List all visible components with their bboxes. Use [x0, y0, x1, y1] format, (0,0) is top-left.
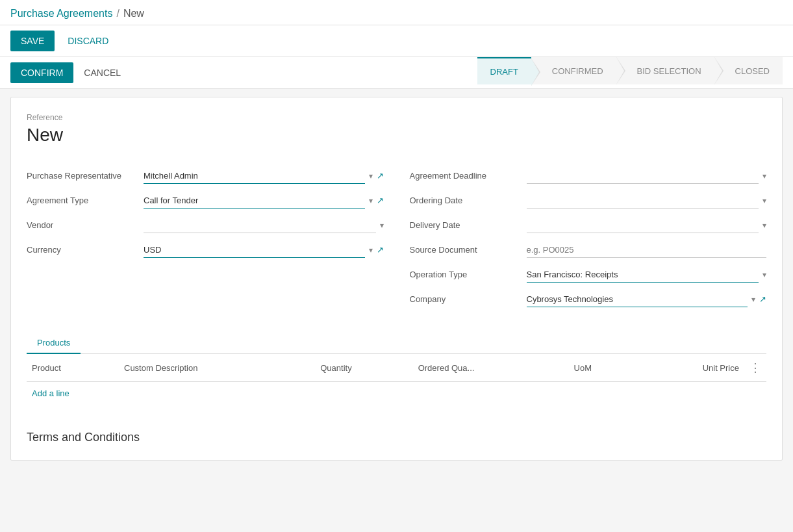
vendor-input[interactable]	[144, 218, 376, 233]
operation-type-label: Operation Type	[410, 270, 527, 279]
delivery-date-label: Delivery Date	[410, 220, 527, 230]
col-uom: UoM	[569, 354, 635, 382]
reference-section: Reference New	[27, 113, 766, 146]
company-dropdown-icon[interactable]: ▾	[751, 295, 755, 304]
agreement-type-input[interactable]	[144, 193, 365, 209]
status-step-confirmed[interactable]: CONFIRMED	[531, 57, 616, 84]
confirm-button[interactable]: CONFIRM	[10, 62, 73, 83]
status-step-draft[interactable]: DRAFT	[477, 57, 531, 84]
col-custom-description: Custom Description	[119, 354, 315, 382]
delivery-date-row: Delivery Date ▾	[410, 213, 767, 238]
breadcrumb-separator: /	[116, 8, 119, 19]
operation-type-input[interactable]	[527, 267, 759, 283]
tabs-container: Products	[27, 333, 766, 354]
terms-section: Terms and Conditions	[27, 431, 766, 444]
operation-type-value: ▾	[527, 267, 767, 283]
save-button[interactable]: SAVE	[10, 31, 55, 51]
products-tab[interactable]: Products	[27, 333, 81, 354]
col-unit-price: Unit Price	[635, 354, 744, 382]
status-actions: CONFIRM CANCEL	[10, 57, 129, 88]
vendor-value: ▾	[144, 218, 384, 233]
form-right-section: Agreement Deadline ▾ Ordering Date ▾ Del…	[410, 164, 767, 312]
currency-dropdown-icon[interactable]: ▾	[369, 246, 373, 255]
source-document-input[interactable]	[527, 242, 767, 258]
source-document-value	[527, 242, 767, 258]
table-more-options-icon[interactable]: ⋮	[749, 361, 761, 374]
reference-value: New	[27, 125, 766, 146]
reference-label: Reference	[27, 113, 766, 122]
company-input[interactable]	[527, 292, 748, 307]
agreement-type-label: Agreement Type	[27, 196, 144, 205]
purchase-rep-input[interactable]	[144, 168, 365, 184]
status-step-bid-selection[interactable]: BID SELECTION	[616, 57, 714, 84]
status-step-closed[interactable]: CLOSED	[714, 57, 783, 84]
delivery-date-dropdown-icon[interactable]: ▾	[762, 221, 766, 230]
toolbar: SAVE DISCARD	[0, 25, 793, 57]
operation-type-row: Operation Type ▾	[410, 262, 767, 287]
ordering-date-input[interactable]	[527, 193, 759, 209]
currency-row: Currency ▾ ↗	[27, 238, 384, 262]
source-document-label: Source Document	[410, 245, 527, 255]
company-value: ▾ ↗	[527, 292, 767, 307]
vendor-dropdown-icon[interactable]: ▾	[380, 221, 384, 230]
main-content: Reference New Purchase Representative ▾ …	[10, 97, 783, 461]
terms-title: Terms and Conditions	[27, 431, 766, 444]
currency-external-link-icon[interactable]: ↗	[377, 245, 384, 255]
vendor-row: Vendor ▾	[27, 213, 384, 238]
status-steps: DRAFT CONFIRMED BID SELECTION CLOSED	[477, 57, 783, 84]
col-ordered-quantity: Ordered Qua...	[413, 354, 569, 382]
status-bar: CONFIRM CANCEL DRAFT CONFIRMED BID SELEC…	[0, 57, 793, 89]
agreement-type-dropdown-icon[interactable]: ▾	[369, 196, 373, 205]
company-row: Company ▾ ↗	[410, 287, 767, 312]
breadcrumb: Purchase Agreements / New	[0, 0, 793, 25]
agreement-deadline-input[interactable]	[527, 168, 759, 184]
breadcrumb-parent[interactable]: Purchase Agreements	[10, 8, 112, 19]
cancel-action-button[interactable]: CANCEL	[76, 62, 129, 83]
operation-type-dropdown-icon[interactable]: ▾	[762, 270, 766, 279]
col-product: Product	[27, 354, 119, 382]
agreement-type-external-link-icon[interactable]: ↗	[377, 196, 384, 205]
ordering-date-row: Ordering Date ▾	[410, 188, 767, 213]
purchase-rep-external-link-icon[interactable]: ↗	[377, 171, 384, 181]
purchase-rep-label: Purchase Representative	[27, 171, 144, 181]
form-left-section: Purchase Representative ▾ ↗ Agreement Ty…	[27, 164, 384, 312]
vendor-label: Vendor	[27, 220, 144, 230]
agreement-deadline-value: ▾	[527, 168, 767, 184]
add-line-button[interactable]: Add a line	[27, 382, 75, 405]
company-external-link-icon[interactable]: ↗	[759, 294, 766, 304]
discard-button[interactable]: DISCARD	[60, 31, 116, 51]
agreement-deadline-row: Agreement Deadline ▾	[410, 164, 767, 188]
agreement-deadline-dropdown-icon[interactable]: ▾	[762, 171, 766, 181]
company-label: Company	[410, 294, 527, 304]
delivery-date-input[interactable]	[527, 218, 759, 233]
agreement-type-row: Agreement Type ▾ ↗	[27, 188, 384, 213]
ordering-date-label: Ordering Date	[410, 196, 527, 205]
ordering-date-dropdown-icon[interactable]: ▾	[762, 196, 766, 205]
purchase-rep-row: Purchase Representative ▾ ↗	[27, 164, 384, 188]
agreement-deadline-label: Agreement Deadline	[410, 171, 527, 181]
form-grid: Purchase Representative ▾ ↗ Agreement Ty…	[27, 164, 766, 312]
currency-label: Currency	[27, 245, 144, 255]
currency-value: ▾ ↗	[144, 242, 384, 258]
agreement-type-value: ▾ ↗	[144, 193, 384, 209]
source-document-row: Source Document	[410, 238, 767, 262]
ordering-date-value: ▾	[527, 193, 767, 209]
purchase-rep-dropdown-icon[interactable]: ▾	[369, 171, 373, 181]
delivery-date-value: ▾	[527, 218, 767, 233]
products-table: Product Custom Description Quantity Orde…	[27, 354, 766, 405]
breadcrumb-current: New	[123, 8, 144, 19]
currency-input[interactable]	[144, 242, 365, 258]
purchase-rep-value: ▾ ↗	[144, 168, 384, 184]
col-quantity: Quantity	[315, 354, 412, 382]
